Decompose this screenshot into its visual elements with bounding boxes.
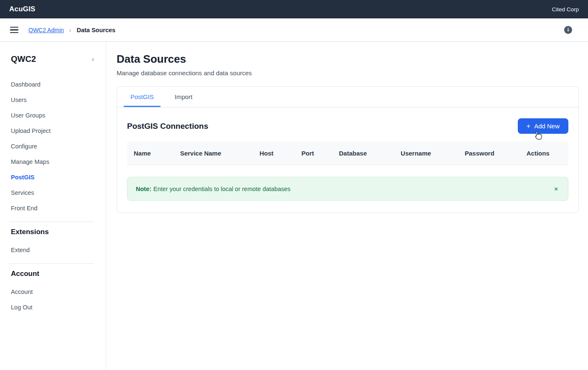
sidebar-title: QWC2 <box>11 54 36 64</box>
breadcrumb-link-qwc2-admin[interactable]: QWC2 Admin <box>28 27 64 33</box>
top-navbar: AcuGIS Cited Corp <box>0 0 588 18</box>
sidebar-item-postgis[interactable]: PostGIS <box>11 169 99 185</box>
breadcrumb-bar: QWC2 Admin › Data Sources i <box>0 18 588 42</box>
sidebar-item-user-groups[interactable]: User Groups <box>11 107 99 123</box>
sidebar-collapse-icon[interactable]: ‹ <box>92 56 94 63</box>
org-name: Cited Corp <box>552 6 579 13</box>
tab-bar: PostGIS Import <box>117 87 578 107</box>
sidebar-section-extensions: Extensions <box>11 228 99 236</box>
column-header-username: Username <box>394 142 458 165</box>
column-header-database: Database <box>332 142 394 165</box>
page-title: Data Sources <box>117 53 579 66</box>
sidebar-item-upload-project[interactable]: Upload Project <box>11 123 99 138</box>
sidebar-item-configure[interactable]: Configure <box>11 138 99 154</box>
info-icon[interactable]: i <box>564 26 572 34</box>
tab-postgis[interactable]: PostGIS <box>124 87 160 107</box>
app-logo[interactable]: AcuGIS <box>9 5 36 13</box>
close-icon[interactable]: × <box>552 185 560 193</box>
note-text: Enter your credentials to local or remot… <box>153 186 290 192</box>
column-header-password: Password <box>458 142 520 165</box>
note-alert: Note: Enter your credentials to local or… <box>127 177 568 201</box>
sidebar: QWC2 ‹ Dashboard Users User Groups Uploa… <box>0 42 106 370</box>
panel-title: PostGIS Connections <box>127 122 208 131</box>
hamburger-menu-icon[interactable] <box>10 27 18 33</box>
column-header-name: Name <box>127 142 173 165</box>
connections-table: Name Service Name Host Port Database Use… <box>127 142 568 165</box>
column-header-service-name: Service Name <box>173 142 253 165</box>
add-new-button[interactable]: + Add New <box>518 118 568 134</box>
chevron-right-icon: › <box>69 27 71 33</box>
tab-import[interactable]: Import <box>168 87 199 107</box>
sidebar-item-extend[interactable]: Extend <box>11 242 99 258</box>
sidebar-section-account: Account <box>11 270 99 278</box>
breadcrumb-current: Data Sources <box>76 27 115 33</box>
plus-icon: + <box>527 123 530 130</box>
sidebar-divider <box>9 222 94 222</box>
sidebar-item-dashboard[interactable]: Dashboard <box>11 77 99 92</box>
column-header-host: Host <box>253 142 295 165</box>
sidebar-item-account[interactable]: Account <box>11 284 99 299</box>
column-header-actions: Actions <box>520 142 568 165</box>
column-header-port: Port <box>295 142 332 165</box>
add-new-button-label: Add New <box>534 122 560 130</box>
table-header-row: Name Service Name Host Port Database Use… <box>127 142 568 165</box>
sidebar-item-services[interactable]: Services <box>11 185 99 200</box>
data-sources-card: PostGIS Import PostGIS Connections + Add… <box>117 86 579 213</box>
main-content: Data Sources Manage database connections… <box>106 42 588 370</box>
sidebar-item-front-end[interactable]: Front End <box>11 200 99 216</box>
sidebar-divider <box>9 263 94 264</box>
note-prefix: Note: <box>136 186 151 192</box>
page-subtitle: Manage database connections and data sou… <box>117 69 579 77</box>
sidebar-item-users[interactable]: Users <box>11 92 99 107</box>
sidebar-item-manage-maps[interactable]: Manage Maps <box>11 154 99 169</box>
sidebar-item-log-out[interactable]: Log Out <box>11 299 99 315</box>
